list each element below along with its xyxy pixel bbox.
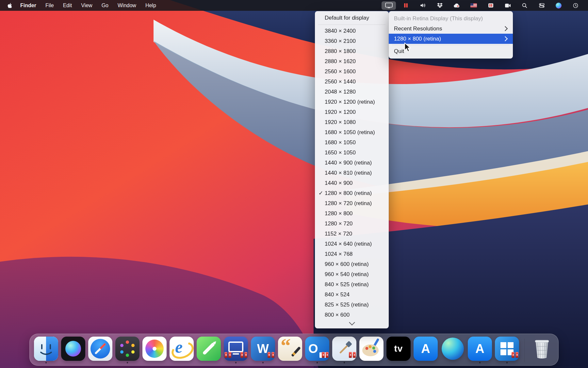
submenu-item-label: 1280 × 800 (retina)	[394, 36, 503, 42]
volume-icon[interactable]	[416, 1, 430, 10]
resolution-option[interactable]: 1680 × 1050 (retina)	[315, 127, 389, 137]
running-indicator	[127, 362, 128, 363]
submenu-item-label: Quit	[394, 48, 508, 55]
resolution-option[interactable]: 2560 × 1600	[315, 66, 389, 77]
menu-finder[interactable]: Finder	[16, 0, 41, 11]
chevron-right-icon	[503, 36, 508, 42]
dock-windows[interactable]	[495, 337, 519, 363]
clock-icon[interactable]	[568, 1, 583, 10]
dock-trash[interactable]	[530, 337, 554, 363]
dock-finder[interactable]	[34, 337, 58, 363]
cloud-sync-icon[interactable]	[449, 1, 464, 10]
display-resolution-menu-icon[interactable]	[382, 1, 396, 10]
resolution-option[interactable]: 1280 × 720 (retina)	[315, 198, 389, 208]
resolution-option[interactable]: 2048 × 1280	[315, 87, 389, 97]
resolution-option[interactable]: 1680 × 1050	[315, 137, 389, 148]
safari-icon	[88, 337, 112, 361]
menubar-status-icons	[382, 1, 584, 10]
menu-help[interactable]: Help	[141, 0, 161, 11]
resolution-option[interactable]: 825 × 525 (retina)	[315, 300, 389, 310]
control-center-icon[interactable]	[534, 1, 549, 10]
resolution-label: 1280 × 800 (retina)	[325, 190, 372, 196]
resolution-option[interactable]: 2560 × 1440	[315, 77, 389, 87]
siri-icon[interactable]	[551, 1, 566, 10]
pause-icon[interactable]	[399, 1, 413, 10]
dock-outlook[interactable]: O	[305, 337, 329, 363]
input-source-us-flag-icon[interactable]	[466, 1, 481, 10]
resolution-option[interactable]: 1440 × 810 (retina)	[315, 168, 389, 178]
display-submenu-title: Built-in Retina Display (This display)	[389, 13, 513, 24]
archive-utility-icon[interactable]	[483, 1, 498, 10]
finder-icon	[34, 337, 58, 361]
dock-edge[interactable]	[441, 337, 465, 363]
dock-paint-app[interactable]	[359, 337, 384, 363]
dock-display-utility[interactable]	[224, 337, 248, 363]
menu-go[interactable]: Go	[97, 0, 113, 11]
dock-siri-app[interactable]	[61, 337, 85, 363]
resolution-label: 2880 × 1620	[325, 58, 356, 64]
menubar-app-menus: FinderFileEditViewGoWindowHelp	[16, 0, 161, 11]
menu-window[interactable]: Window	[113, 0, 141, 11]
trash-icon	[530, 337, 554, 361]
spotlight-search-icon[interactable]	[517, 1, 532, 10]
resolution-label: 2560 × 1600	[325, 68, 356, 75]
resolution-option[interactable]: 1920 × 1080	[315, 117, 389, 127]
resolution-option[interactable]: 3840 × 2400	[315, 26, 389, 36]
dropbox-icon[interactable]	[433, 1, 447, 10]
resolution-option[interactable]: 960 × 600 (retina)	[315, 259, 389, 269]
resolution-option[interactable]: 1280 × 800	[315, 208, 389, 219]
resolution-label: 1280 × 800	[325, 210, 353, 217]
dock-apple-tv[interactable]: tv	[386, 337, 411, 363]
dock-photos[interactable]	[142, 337, 167, 363]
resolution-option[interactable]: 1920 × 1200	[315, 107, 389, 117]
scroll-more-indicator[interactable]	[315, 320, 389, 326]
resolution-option[interactable]: ✓1280 × 800 (retina)	[315, 188, 389, 198]
menu-view[interactable]: View	[76, 0, 97, 11]
menu-edit[interactable]: Edit	[58, 0, 77, 11]
dock-word[interactable]: W	[251, 337, 275, 363]
submenu-recent-resolutions[interactable]: Recent Resolutions	[389, 24, 513, 34]
resolution-option[interactable]: 840 × 524	[315, 289, 389, 300]
dock-xcode[interactable]	[332, 337, 356, 363]
resolution-option[interactable]: 1440 × 900	[315, 178, 389, 188]
resolution-option[interactable]: 2880 × 1800	[315, 46, 389, 56]
resolution-label: 1280 × 720 (retina)	[325, 200, 372, 206]
resolution-option[interactable]: 1152 × 720	[315, 229, 389, 239]
dock-safari[interactable]	[88, 337, 112, 363]
resolution-option[interactable]: 1650 × 1050	[315, 148, 389, 158]
resolution-option[interactable]: 1024 × 768	[315, 249, 389, 259]
resolution-option[interactable]: 1024 × 640 (retina)	[315, 239, 389, 249]
resolution-option[interactable]: 960 × 540 (retina)	[315, 269, 389, 279]
apple-menu[interactable]	[4, 0, 16, 11]
resolution-option[interactable]: 1920 × 1200 (retina)	[315, 97, 389, 107]
resolution-option[interactable]: 840 × 525 (retina)	[315, 279, 389, 289]
resolution-list: 3840 × 24003360 × 21002880 × 18002880 × …	[315, 26, 389, 320]
windows-icon	[495, 337, 519, 361]
resolution-label: 1024 × 640 (retina)	[325, 241, 372, 247]
apple-tv-icon: tv	[386, 337, 411, 361]
dock-app-store-blue[interactable]: A	[468, 337, 492, 363]
resolution-option[interactable]: 1440 × 900 (retina)	[315, 158, 389, 168]
resolution-label: 960 × 600 (retina)	[325, 261, 369, 267]
resolution-menu-header: Default for display	[315, 13, 389, 24]
resolution-label: 3360 × 2100	[325, 38, 356, 44]
dock-writing-app[interactable]: “	[278, 337, 302, 363]
dock-internet-explorer[interactable]: e	[170, 337, 194, 363]
running-indicator	[506, 362, 508, 363]
edge-icon	[441, 337, 465, 361]
video-camera-icon[interactable]	[500, 1, 515, 10]
resolution-label: 1440 × 810 (retina)	[325, 170, 372, 176]
outlook-icon: O	[305, 337, 329, 361]
resolution-option[interactable]: 1280 × 720	[315, 219, 389, 229]
separator	[318, 25, 385, 25]
resolution-label: 1440 × 900 (retina)	[325, 160, 372, 166]
dock-photo-booth[interactable]	[115, 337, 139, 363]
resolution-option[interactable]: 3360 × 2100	[315, 36, 389, 46]
dock-text-editor[interactable]	[197, 337, 221, 363]
resolution-option[interactable]: 2880 × 1620	[315, 56, 389, 66]
resolution-option[interactable]: 800 × 600	[315, 310, 389, 320]
menu-file[interactable]: File	[41, 0, 58, 11]
resolution-label: 1680 × 1050	[325, 139, 356, 146]
resolution-label: 1152 × 720	[325, 231, 352, 237]
dock-app-store[interactable]: A	[414, 337, 438, 363]
